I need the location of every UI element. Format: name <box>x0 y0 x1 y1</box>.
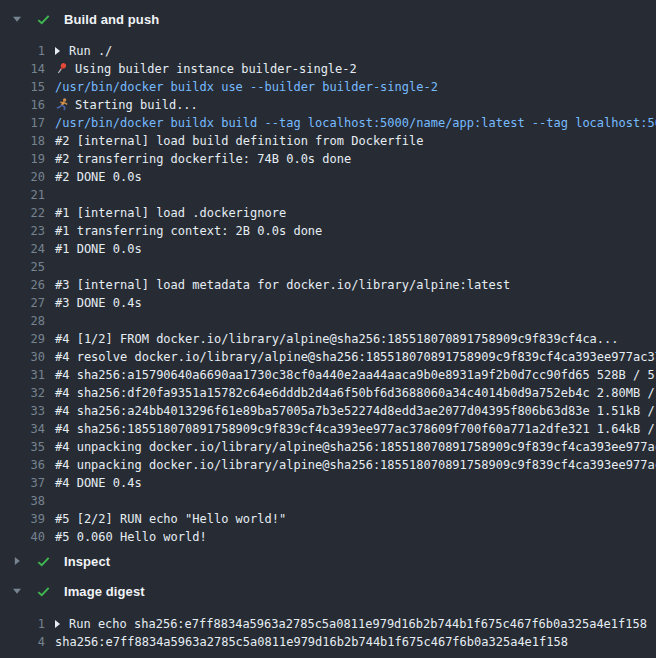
log-text: #4 unpacking docker.io/library/alpine@sh… <box>45 438 656 456</box>
line-number[interactable]: 26 <box>0 276 45 294</box>
log-text <box>45 258 55 276</box>
log-text: #4 sha256:df20fa9351a15782c64e6dddb2d4a6… <box>45 384 655 402</box>
log-text: Run ./ <box>45 42 112 60</box>
line-number[interactable]: 1 <box>0 42 45 60</box>
log-text: #3 DONE 0.4s <box>45 294 142 312</box>
log-line: 39#5 [2/2] RUN echo "Hello world!" <box>0 510 656 528</box>
log-line: 34#4 sha256:185518070891758909c9f839cf4c… <box>0 420 656 438</box>
line-number[interactable]: 18 <box>0 132 45 150</box>
line-number[interactable]: 33 <box>0 402 45 420</box>
log-line: 23#1 transferring context: 2B 0.0s done <box>0 222 656 240</box>
check-icon <box>35 583 51 599</box>
log-line: 33#4 sha256:a24bb4013296f61e89ba57005a7b… <box>0 402 656 420</box>
log-line: 1Run echo sha256:e7ff8834a5963a2785c5a08… <box>0 615 656 633</box>
log-text: Run echo sha256:e7ff8834a5963a2785c5a081… <box>45 615 647 633</box>
log-line: 26#3 [internal] load metadata for docker… <box>0 276 656 294</box>
line-number[interactable]: 40 <box>0 528 45 546</box>
log-text: #5 0.060 Hello world! <box>45 528 207 546</box>
log-line: 30#4 resolve docker.io/library/alpine@sh… <box>0 348 656 366</box>
log-text: #3 [internal] load metadata for docker.i… <box>45 276 510 294</box>
section-inspect: Inspect <box>0 546 656 576</box>
play-triangle-icon[interactable] <box>55 620 60 628</box>
log-text: Starting build... <box>45 96 198 114</box>
log-text: #1 [internal] load .dockerignore <box>45 204 286 222</box>
line-number[interactable]: 1 <box>0 615 45 633</box>
line-number[interactable]: 21 <box>0 186 45 204</box>
line-number[interactable]: 38 <box>0 492 45 510</box>
log-line: 21 <box>0 186 656 204</box>
line-number[interactable]: 35 <box>0 438 45 456</box>
log-line: 32#4 sha256:df20fa9351a15782c64e6dddb2d4… <box>0 384 656 402</box>
log-text: #2 DONE 0.0s <box>45 168 142 186</box>
log-line: 31#4 sha256:a15790640a6690aa1730c38cf0a4… <box>0 366 656 384</box>
log-line: 16Starting build... <box>0 96 656 114</box>
line-number[interactable]: 19 <box>0 150 45 168</box>
log-line: 4sha256:e7ff8834a5963a2785c5a0811e979d16… <box>0 633 656 651</box>
chevron-down-icon[interactable] <box>12 14 26 24</box>
log-line: 38 <box>0 492 656 510</box>
log-line: 25 <box>0 258 656 276</box>
workflow-log-panel: Build and push 1Run ./14Using builder in… <box>0 0 656 658</box>
log-line: 40#5 0.060 Hello world! <box>0 528 656 546</box>
log-text: /usr/bin/docker buildx build --tag local… <box>45 114 656 132</box>
log-line: 14Using builder instance builder-single-… <box>0 60 656 78</box>
log-line: 27#3 DONE 0.4s <box>0 294 656 312</box>
log-text: #4 sha256:a24bb4013296f61e89ba57005a7b3e… <box>45 402 655 420</box>
line-number[interactable]: 25 <box>0 258 45 276</box>
line-number[interactable]: 37 <box>0 474 45 492</box>
chevron-right-icon[interactable] <box>12 556 26 566</box>
line-number[interactable]: 17 <box>0 114 45 132</box>
line-number[interactable]: 22 <box>0 204 45 222</box>
line-number[interactable]: 32 <box>0 384 45 402</box>
check-icon <box>35 11 51 27</box>
line-number[interactable]: 31 <box>0 366 45 384</box>
chevron-down-icon[interactable] <box>12 586 26 596</box>
play-triangle-icon[interactable] <box>55 47 60 55</box>
runner-icon <box>55 98 69 111</box>
log-line: 36#4 unpacking docker.io/library/alpine@… <box>0 456 656 474</box>
line-number[interactable]: 34 <box>0 420 45 438</box>
section-header-image-digest[interactable]: Image digest <box>0 576 656 606</box>
log-text: Using builder instance builder-single-2 <box>45 60 357 78</box>
section-build-and-push: Build and push 1Run ./14Using builder in… <box>0 4 656 546</box>
log-line: 1Run ./ <box>0 42 656 60</box>
line-number[interactable]: 39 <box>0 510 45 528</box>
line-number[interactable]: 20 <box>0 168 45 186</box>
log-text <box>45 312 55 330</box>
section-title: Build and push <box>64 12 159 27</box>
line-number[interactable]: 14 <box>0 60 45 78</box>
log-text: #4 resolve docker.io/library/alpine@sha2… <box>45 348 656 366</box>
line-number[interactable]: 4 <box>0 633 45 651</box>
log-text: #4 [1/2] FROM docker.io/library/alpine@s… <box>45 330 619 348</box>
section-title: Inspect <box>64 554 110 569</box>
log-line: 22#1 [internal] load .dockerignore <box>0 204 656 222</box>
line-number[interactable]: 30 <box>0 348 45 366</box>
line-number[interactable]: 15 <box>0 78 45 96</box>
log-line: 24#1 DONE 0.0s <box>0 240 656 258</box>
check-icon <box>35 553 51 569</box>
section-header-inspect[interactable]: Inspect <box>0 546 656 576</box>
log-text: /usr/bin/docker buildx use --builder bui… <box>45 78 438 96</box>
line-number[interactable]: 28 <box>0 312 45 330</box>
log-line: 35#4 unpacking docker.io/library/alpine@… <box>0 438 656 456</box>
log-line: 28 <box>0 312 656 330</box>
log-text: sha256:e7ff8834a5963a2785c5a0811e979d16b… <box>45 633 568 651</box>
log-line: 37#4 DONE 0.4s <box>0 474 656 492</box>
pushpin-icon <box>55 62 69 75</box>
line-number[interactable]: 24 <box>0 240 45 258</box>
log-text <box>45 186 55 204</box>
line-number[interactable]: 29 <box>0 330 45 348</box>
log-line: 29#4 [1/2] FROM docker.io/library/alpine… <box>0 330 656 348</box>
log-text: #4 unpacking docker.io/library/alpine@sh… <box>45 456 656 474</box>
line-number[interactable]: 36 <box>0 456 45 474</box>
section-title: Image digest <box>64 584 145 599</box>
line-number[interactable]: 23 <box>0 222 45 240</box>
log-text: #4 DONE 0.4s <box>45 474 142 492</box>
line-number[interactable]: 27 <box>0 294 45 312</box>
line-number[interactable]: 16 <box>0 96 45 114</box>
log-line: 20#2 DONE 0.0s <box>0 168 656 186</box>
log-text: #5 [2/2] RUN echo "Hello world!" <box>45 510 286 528</box>
log-text: #2 transferring dockerfile: 74B 0.0s don… <box>45 150 351 168</box>
section-header-build-and-push[interactable]: Build and push <box>0 4 656 34</box>
log-line: 19#2 transferring dockerfile: 74B 0.0s d… <box>0 150 656 168</box>
